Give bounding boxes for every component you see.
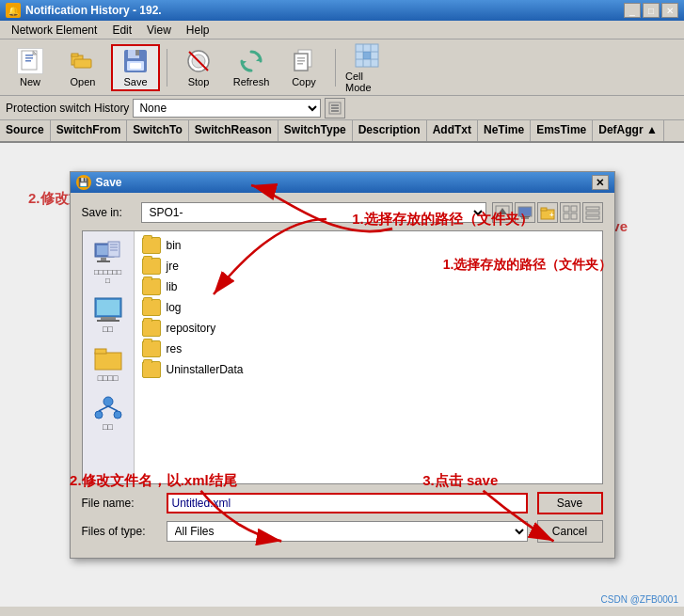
dialog-save-button[interactable]: Save (537, 492, 603, 514)
svg-point-64 (114, 411, 121, 419)
filter-select[interactable]: None (133, 99, 321, 118)
menu-bar: Network Element Edit View Help (0, 21, 684, 39)
file-item-lib[interactable]: lib (138, 276, 598, 297)
folder-icon-sidebar (93, 345, 123, 371)
svg-rect-59 (97, 320, 119, 322)
svg-rect-36 (521, 217, 529, 219)
col-defaggr[interactable]: DefAggr ▲ (593, 120, 664, 141)
save-in-select[interactable]: SPO1- (141, 202, 486, 223)
open-button[interactable]: Open (58, 44, 107, 91)
sidebar-desktop[interactable]: □□ (86, 293, 131, 337)
svg-rect-57 (97, 300, 119, 315)
dialog-close-button[interactable]: ✕ (592, 175, 609, 190)
filetype-row: Files of type: All Files Cancel (82, 520, 603, 543)
new-label: New (20, 76, 40, 87)
menu-help[interactable]: Help (179, 22, 217, 39)
col-netime[interactable]: NeTime (478, 120, 531, 141)
svg-point-63 (95, 411, 103, 419)
cellmode-button[interactable]: Cell Mode (342, 44, 391, 91)
save-icon (122, 48, 149, 74)
main-content: 💾 Save ✕ Save in: SPO1- (0, 143, 684, 607)
maximize-button[interactable]: □ (643, 3, 660, 18)
filter-action-button[interactable] (325, 98, 345, 118)
svg-rect-6 (72, 54, 78, 56)
svg-point-62 (103, 397, 113, 406)
column-headers: Source SwitchFrom SwitchTo SwitchReason … (0, 120, 684, 143)
svg-rect-28 (363, 52, 371, 59)
dialog-body: Save in: SPO1- + (71, 193, 614, 558)
filter-label: Protection switch History (6, 102, 129, 115)
svg-rect-51 (97, 261, 110, 262)
refresh-label: Refresh (233, 76, 270, 87)
copy-button[interactable]: Copy (279, 44, 328, 91)
folder-icon-res (142, 340, 161, 357)
col-switchto[interactable]: SwitchTo (127, 120, 188, 141)
col-switchreason[interactable]: SwitchReason (189, 120, 278, 141)
folder-icon-uninstaller (142, 361, 161, 378)
new-button[interactable]: New (6, 44, 55, 91)
folder-icon-lib (142, 278, 161, 295)
save-in-row: Save in: SPO1- + (82, 202, 603, 223)
list-view-button[interactable] (582, 202, 603, 223)
minimize-button[interactable]: _ (624, 3, 641, 18)
svg-rect-21 (297, 60, 305, 62)
col-switchfrom[interactable]: SwitchFrom (51, 120, 128, 141)
svg-line-65 (99, 406, 108, 411)
menu-network-element[interactable]: Network Element (4, 22, 104, 39)
svg-rect-22 (297, 63, 303, 65)
col-addtxt[interactable]: AddTxt (427, 120, 478, 141)
save-in-actions: + (492, 202, 603, 223)
svg-rect-1 (25, 55, 33, 56)
nav-desktop-button[interactable] (515, 202, 535, 223)
svg-rect-10 (135, 50, 139, 55)
menu-view[interactable]: View (139, 22, 179, 39)
dialog-title-bar: 💾 Save ✕ (71, 172, 614, 193)
svg-rect-30 (331, 104, 339, 106)
file-item-res[interactable]: res (138, 339, 598, 359)
sidebar-label-4: □□ (103, 422, 113, 432)
separator-1 (167, 49, 167, 87)
network-icon (93, 394, 123, 420)
filename-input[interactable] (167, 493, 528, 513)
save-button[interactable]: Save (111, 44, 160, 91)
folder-icon-jre (142, 258, 161, 275)
dialog-cancel-button[interactable]: Cancel (537, 520, 603, 543)
file-item-repository[interactable]: repository (138, 318, 598, 339)
filetype-label: Files of type: (82, 525, 167, 538)
file-item-log[interactable]: log (138, 297, 598, 318)
nav-up-button[interactable] (492, 202, 513, 223)
dialog-cancel-buttons: Cancel (537, 520, 603, 543)
dialog-sidebar: □□□□□□□ (83, 231, 135, 483)
svg-rect-2 (25, 57, 33, 59)
sidebar-recent-docs[interactable]: □□□□□□□ (86, 237, 131, 288)
col-emstime[interactable]: EmsTime (531, 120, 593, 141)
file-item-uninstaller[interactable]: UninstallerData (138, 359, 598, 380)
svg-rect-42 (571, 206, 577, 212)
sidebar-label-3: □□□□ (98, 373, 119, 383)
new-folder-button[interactable]: + (537, 202, 558, 223)
svg-rect-47 (586, 216, 599, 219)
refresh-button[interactable]: Refresh (227, 44, 276, 91)
file-name-repository: repository (167, 322, 216, 335)
sidebar-label-1: □□□□□□□ (94, 268, 121, 285)
svg-rect-3 (25, 60, 31, 62)
svg-rect-39 (541, 208, 547, 211)
file-item-bin[interactable]: bin (138, 235, 598, 256)
file-name-log: log (167, 301, 182, 314)
stop-icon (185, 48, 212, 74)
col-switchtype[interactable]: SwitchType (278, 120, 353, 141)
sidebar-network[interactable]: □□ (86, 391, 131, 434)
view-toggle-button[interactable] (560, 202, 581, 223)
file-item-jre[interactable]: jre (138, 256, 598, 276)
sidebar-folder[interactable]: □□□□ (86, 342, 131, 386)
col-description[interactable]: Description (353, 120, 427, 141)
svg-rect-60 (95, 353, 121, 370)
filetype-select[interactable]: All Files (167, 521, 528, 542)
save-in-label: Save in: (82, 206, 134, 219)
file-name-bin: bin (167, 239, 182, 252)
col-source[interactable]: Source (0, 120, 51, 141)
close-button[interactable]: ✕ (661, 3, 678, 18)
menu-edit[interactable]: Edit (104, 22, 139, 39)
folder-icon-log (142, 299, 161, 316)
stop-button[interactable]: Stop (174, 44, 223, 91)
